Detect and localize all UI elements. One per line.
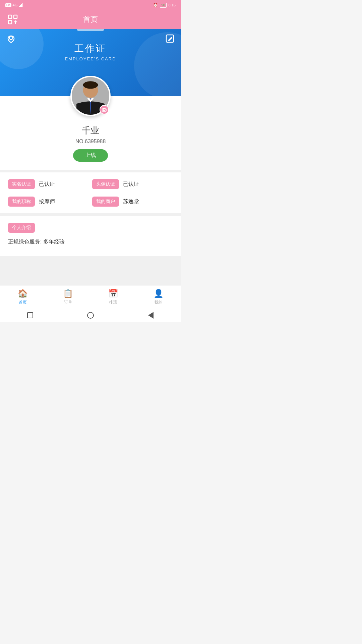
card-title-en: EMPLOYEE'S CARD (7, 56, 174, 61)
home-icon: 🏠 (18, 289, 28, 298)
schedule-icon: 📅 (108, 289, 118, 298)
real-name-tag: 实名认证 (8, 179, 35, 189)
merchant-col: 我的商户 苏逸堂 (89, 197, 173, 207)
avatar-cert-col: 头像认证 已认证 (89, 179, 173, 189)
battery: 90 (160, 3, 166, 8)
bio-section: 个人介绍 正规绿色服务; 多年经验 (0, 216, 181, 256)
real-name-col: 实名认证 已认证 (8, 179, 89, 189)
clock-time: 8:16 (169, 3, 176, 7)
page-title: 首页 (83, 14, 98, 24)
merchant-value: 苏逸堂 (123, 198, 139, 205)
sys-recent-button[interactable] (147, 311, 155, 319)
svg-rect-1 (14, 15, 17, 18)
scan-button[interactable] (7, 13, 19, 25)
svg-rect-0 (8, 15, 12, 18)
status-left: HD 4G (5, 3, 23, 7)
nav-home[interactable]: 🏠 首页 (0, 285, 45, 309)
employee-id: NO.6395988 (7, 139, 174, 145)
edit-icon[interactable] (166, 34, 174, 44)
bottom-nav: 🏠 首页 📋 订单 📅 排班 👤 我的 (0, 285, 181, 309)
main-content: 工作证 EMPLOYEE'S CARD (0, 29, 181, 285)
nav-mine-label: 我的 (155, 300, 163, 305)
avatar-section (0, 76, 181, 119)
nav-orders-label: 订单 (64, 300, 72, 305)
nav-home-label: 首页 (19, 300, 27, 305)
bio-text: 正规绿色服务; 多年经验 (8, 237, 173, 246)
svg-point-10 (103, 109, 105, 111)
mine-icon: 👤 (154, 289, 164, 298)
profile-info: 千业 NO.6395988 上线 (0, 119, 181, 170)
status-bar: HD 4G ⏰ 90 8:16 (0, 0, 181, 10)
cert-row: 实名认证 已认证 头像认证 已认证 (8, 179, 173, 189)
alarm-icon: ⏰ (153, 3, 158, 7)
online-button[interactable]: 上线 (73, 149, 108, 162)
svg-point-9 (83, 81, 98, 89)
hd-badge: HD (5, 3, 11, 7)
title-tag: 我的职称 (8, 197, 35, 207)
nav-schedule[interactable]: 📅 排班 (90, 285, 136, 309)
avatar-status: 已认证 (123, 181, 139, 188)
avatar-tag: 头像认证 (92, 179, 119, 189)
title-row: 我的职称 按摩师 我的商户 苏逸堂 (8, 197, 173, 207)
system-nav (0, 309, 181, 322)
nav-orders[interactable]: 📋 订单 (45, 285, 90, 309)
svg-point-5 (9, 36, 13, 40)
card-title-area: 工作证 EMPLOYEE'S CARD (7, 36, 174, 61)
orders-icon: 📋 (63, 289, 73, 298)
camera-badge[interactable] (100, 105, 109, 114)
title-col: 我的职称 按摩师 (8, 197, 89, 207)
sys-back-button[interactable] (26, 311, 34, 319)
real-name-status: 已认证 (39, 181, 55, 188)
svg-rect-11 (102, 109, 106, 111)
employee-name: 千业 (7, 125, 174, 137)
nav-schedule-label: 排班 (109, 300, 117, 305)
employee-card: 工作证 EMPLOYEE'S CARD (0, 29, 181, 170)
sys-square-icon (27, 312, 33, 318)
title-value: 按摩师 (39, 198, 55, 205)
nav-mine[interactable]: 👤 我的 (136, 285, 181, 309)
sys-home-button[interactable] (86, 311, 95, 319)
location-icon[interactable] (7, 34, 15, 44)
svg-rect-2 (8, 20, 12, 24)
status-right: ⏰ 90 8:16 (153, 3, 176, 8)
sys-circle-icon (87, 312, 94, 319)
bio-tag: 个人介绍 (8, 223, 35, 233)
sys-triangle-icon (148, 312, 154, 319)
title-two-col: 我的职称 按摩师 我的商户 苏逸堂 (8, 197, 173, 207)
card-tab-indicator (77, 29, 104, 31)
cert-two-col: 实名认证 已认证 头像认证 已认证 (8, 179, 173, 189)
merchant-tag: 我的商户 (92, 197, 119, 207)
signal-text: 4G (13, 3, 18, 7)
card-title-zh: 工作证 (7, 42, 174, 55)
signal-bars (19, 3, 23, 7)
top-nav: 首页 (0, 10, 181, 29)
info-grid: 实名认证 已认证 头像认证 已认证 我的职称 按摩师 我的商户 苏逸堂 (0, 172, 181, 213)
avatar-wrapper (70, 76, 111, 116)
